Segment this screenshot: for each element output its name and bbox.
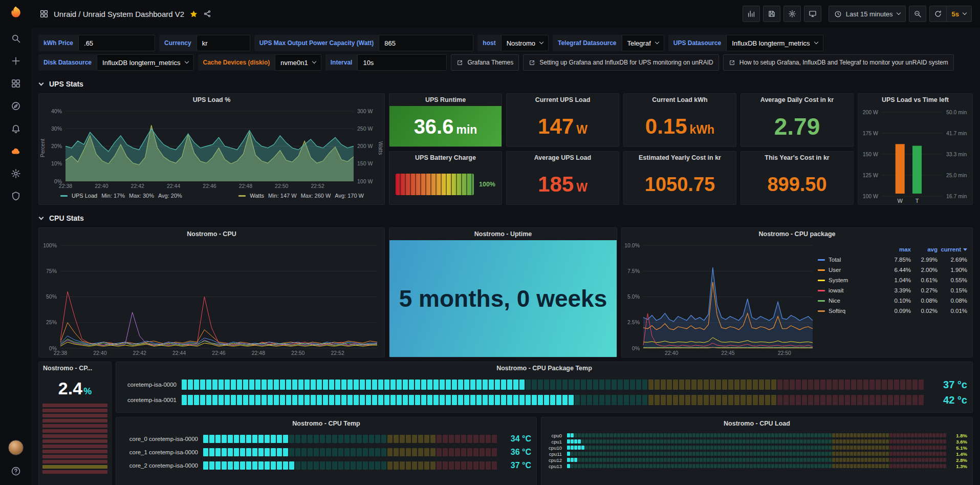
alerting-icon[interactable] <box>7 120 25 137</box>
grafana-logo[interactable] <box>8 5 24 20</box>
panel-cpu-package-temp: Nostromo - CPU Package Temp coretemp-isa… <box>116 362 973 413</box>
server-admin-shield-icon[interactable] <box>7 187 25 205</box>
legend-watts[interactable]: Watts Min: 147 W Max: 260 W Avg: 170 W <box>238 193 364 199</box>
dashboard-grid-icon[interactable] <box>39 9 49 18</box>
series-color-icon <box>818 259 825 261</box>
svg-text:7.5%: 7.5% <box>627 268 640 274</box>
gauge-row-core-0-coretemp-isa-0000: core_0 coretemp-isa-000034 °C <box>116 432 536 446</box>
svg-text:22:48: 22:48 <box>239 183 252 189</box>
panel-title[interactable]: Nostromo - CP... <box>39 362 111 374</box>
dashboards-icon[interactable] <box>7 75 25 92</box>
legend-current-value: 0.55% <box>938 277 967 283</box>
variable-value[interactable]: 865 <box>379 35 473 51</box>
section-title: CPU Stats <box>49 214 84 222</box>
dashboard-link-grafana-themes[interactable]: Grafana Themes <box>451 54 519 71</box>
help-icon[interactable] <box>7 462 25 480</box>
legend-current-value: 0.08% <box>938 298 967 304</box>
gauge-row-value: 3.6% <box>949 439 967 445</box>
save-dashboard-button[interactable] <box>763 6 780 22</box>
panel-title[interactable]: Average Daily Cost in kr <box>741 94 853 106</box>
variable-value[interactable]: .65 <box>78 35 155 51</box>
cloud-icon[interactable] <box>7 142 25 160</box>
panel-title[interactable]: UPS Load vs Time left <box>858 94 972 106</box>
dashboard-title[interactable]: Unraid / Unraid System Dashboard V2 <box>54 10 184 18</box>
dashboard-settings-button[interactable] <box>783 6 801 22</box>
variable-value[interactable]: InfluxDB longterm_metrics <box>726 35 823 51</box>
cpu-package-chart[interactable]: 10.0%7.5%5.0%2.5%0%22:4022:4522:50 <box>622 240 818 357</box>
panel-title[interactable]: Current UPS Load <box>507 94 619 106</box>
legend-ups-load[interactable]: UPS Load Min: 17% Max: 30% Avg: 20% <box>60 193 182 199</box>
search-icon[interactable] <box>7 30 25 47</box>
variable-value[interactable]: InfluxDB longterm_metrics <box>97 54 193 71</box>
led-gauge <box>567 439 949 444</box>
panel-title[interactable]: Nostromo - CPU Package Temp <box>116 362 972 374</box>
dashboard-link-setting-up-grafana-and-i[interactable]: Setting up Grafana and InfluxDB for UPS … <box>523 54 719 71</box>
legend-header-max[interactable]: max <box>884 246 911 252</box>
variable-value[interactable]: Nostromo <box>501 35 549 51</box>
panel-title[interactable]: Average UPS Load <box>507 152 619 164</box>
gauge-row-label: cpu11 <box>547 451 567 457</box>
variable-value[interactable]: nvme0n1 <box>275 54 321 71</box>
svg-text:T: T <box>916 198 919 204</box>
add-panel-button[interactable] <box>743 6 760 22</box>
legend-avg-value: 0.61% <box>911 277 938 283</box>
panel-title[interactable]: Nostromo - CPU Temp <box>116 417 536 430</box>
svg-text:150 W: 150 W <box>863 151 878 157</box>
share-icon[interactable] <box>203 10 211 18</box>
cycle-view-mode-button[interactable] <box>804 6 821 22</box>
panel-title[interactable]: UPS Runtime <box>389 94 502 106</box>
panel-title[interactable]: Nostromo - CPU Load <box>541 417 972 430</box>
legend-series-name[interactable]: Nice <box>818 298 884 304</box>
legend-series-name[interactable]: System <box>818 277 884 283</box>
panel-title[interactable]: This Year's Cost in kr <box>741 152 853 164</box>
average-daily-cost-stat: 2.79 <box>741 106 853 146</box>
legend-header-avg[interactable]: avg <box>911 246 938 252</box>
gauge-row-cpu0: cpu01.8% <box>541 432 972 438</box>
refresh-interval-picker[interactable]: 5s <box>946 6 972 22</box>
panel-title[interactable]: Nostromo - CPU <box>39 228 384 240</box>
legend-series-name[interactable]: Total <box>818 257 884 263</box>
panel-title[interactable]: Estimated Yearly Cost in kr <box>624 152 736 164</box>
panel-average-daily-cost: Average Daily Cost in kr 2.79 <box>741 93 854 147</box>
legend-series-name[interactable]: Softirq <box>818 308 884 314</box>
legend-avg-value: 0.02% <box>911 308 938 314</box>
zoom-out-time-button[interactable] <box>909 6 926 22</box>
svg-text:20%: 20% <box>51 143 62 149</box>
panel-title[interactable]: Current Load kWh <box>624 94 736 106</box>
cpu-mini-stat: 2.4 % <box>39 374 111 402</box>
variable-value[interactable]: 10s <box>357 54 447 71</box>
gauge-row-value: 2.8% <box>949 457 967 463</box>
ups-load-chart[interactable]: 40%30%20%10%0%300 W250 W200 W150 W100 W2… <box>46 106 377 190</box>
create-icon[interactable] <box>7 52 25 70</box>
legend-header-current[interactable]: current <box>938 246 967 252</box>
chevron-down-icon <box>39 80 44 86</box>
nostromo-cpu-chart[interactable]: 100%75%50%25%0%22:3822:4022:4222:4422:46… <box>39 240 384 357</box>
panel-title[interactable]: Nostromo - CPU package <box>622 228 972 240</box>
legend-series-name[interactable]: iowait <box>818 287 884 293</box>
gauge-bar <box>42 439 107 443</box>
chevron-down-icon <box>896 11 900 15</box>
variable-value[interactable]: Telegraf <box>622 35 664 51</box>
explore-icon[interactable] <box>7 97 25 115</box>
svg-text:75%: 75% <box>46 268 57 274</box>
panel-ups-runtime: UPS Runtime 36.6 min <box>389 93 502 147</box>
svg-text:200 W: 200 W <box>863 109 878 115</box>
section-cpu-stats[interactable]: CPU Stats <box>39 212 973 224</box>
dashboard-link-how-to-setup-grafana-inf[interactable]: How to setup Grafana, InfluxDB and Teleg… <box>723 54 954 71</box>
variable-value[interactable]: kr <box>197 35 250 51</box>
refresh-dashboard-button[interactable] <box>929 6 947 22</box>
ups-load-vs-time-chart[interactable]: 200 W175 W150 W125 W100 W50.0 min41.7 mi… <box>858 106 972 205</box>
gauge-row-label: cpu0 <box>547 433 567 438</box>
panel-title[interactable]: Nostromo - Uptime <box>389 228 617 240</box>
legend-series-name[interactable]: User <box>818 267 884 273</box>
section-ups-stats[interactable]: UPS Stats <box>39 78 973 90</box>
panel-title[interactable]: UPS Load % <box>39 94 384 106</box>
time-range-picker[interactable]: Last 15 minutes <box>829 6 906 22</box>
favorite-star-icon[interactable] <box>189 10 198 18</box>
svg-text:25.0 min: 25.0 min <box>946 172 967 178</box>
user-avatar[interactable] <box>8 440 24 455</box>
led-gauge <box>567 458 949 462</box>
panel-title[interactable]: UPS Battery Charge <box>389 152 502 164</box>
series-color-icon <box>818 290 825 291</box>
configuration-gear-icon[interactable] <box>7 165 25 182</box>
